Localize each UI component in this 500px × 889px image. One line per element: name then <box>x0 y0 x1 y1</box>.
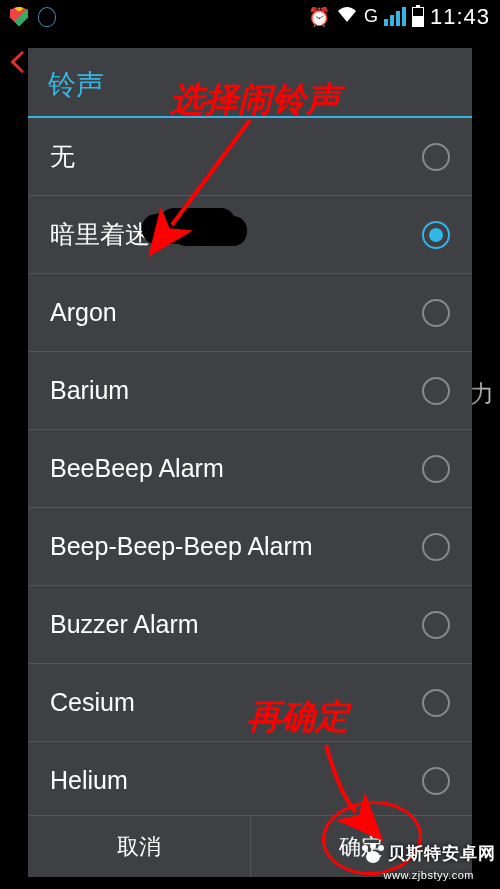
alarm-icon: ⏰ <box>308 6 330 28</box>
qq-icon <box>38 7 56 27</box>
paw-icon <box>362 845 384 865</box>
ringtone-list[interactable]: 无暗里着迷ArgonBariumBeeBeep AlarmBeep-Beep-B… <box>28 118 472 815</box>
security-shield-icon <box>10 7 28 27</box>
ringtone-item[interactable]: Buzzer Alarm <box>28 586 472 664</box>
background-hint-text: 力 <box>470 378 494 410</box>
ringtone-item[interactable]: Cesium <box>28 664 472 742</box>
ringtone-item[interactable]: Barium <box>28 352 472 430</box>
radio-button-icon[interactable] <box>422 611 450 639</box>
ringtone-item-label: Argon <box>50 298 117 327</box>
cancel-button[interactable]: 取消 <box>28 816 250 877</box>
ringtone-dialog: 铃声 无暗里着迷ArgonBariumBeeBeep AlarmBeep-Bee… <box>28 48 472 877</box>
radio-button-icon[interactable] <box>422 455 450 483</box>
network-type-label: G <box>364 6 378 27</box>
status-bar: ⏰ G 11:43 <box>0 0 500 33</box>
radio-button-icon[interactable] <box>422 377 450 405</box>
ringtone-item[interactable]: Beep-Beep-Beep Alarm <box>28 508 472 586</box>
ringtone-item-label: 暗里着迷 <box>50 218 150 251</box>
ringtone-item-label: 无 <box>50 140 75 173</box>
radio-button-icon[interactable] <box>422 143 450 171</box>
ringtone-item-label: BeeBeep Alarm <box>50 454 224 483</box>
ringtone-item-label: Barium <box>50 376 129 405</box>
radio-button-icon[interactable] <box>422 767 450 795</box>
watermark: 贝斯特安卓网 www.zjbstyy.com <box>362 842 496 883</box>
radio-button-icon[interactable] <box>422 533 450 561</box>
ringtone-item[interactable]: 暗里着迷 <box>28 196 472 274</box>
ringtone-item[interactable]: 无 <box>28 118 472 196</box>
watermark-en: www.zjbstyy.com <box>384 869 474 881</box>
ringtone-item-label: Cesium <box>50 688 135 717</box>
watermark-cn: 贝斯特安卓网 <box>388 844 496 863</box>
ringtone-item-label: Buzzer Alarm <box>50 610 199 639</box>
dialog-title: 铃声 <box>28 48 472 118</box>
ringtone-item[interactable]: BeeBeep Alarm <box>28 430 472 508</box>
signal-bars-icon <box>384 7 406 26</box>
ringtone-item-label: Helium <box>50 766 128 795</box>
radio-button-icon[interactable] <box>422 299 450 327</box>
radio-button-icon[interactable] <box>422 221 450 249</box>
ringtone-item-label: Beep-Beep-Beep Alarm <box>50 532 313 561</box>
wifi-icon <box>336 5 358 28</box>
ringtone-item[interactable]: Argon <box>28 274 472 352</box>
ringtone-item[interactable]: Helium <box>28 742 472 815</box>
battery-icon <box>412 7 424 27</box>
radio-button-icon[interactable] <box>422 689 450 717</box>
clock-label: 11:43 <box>430 4 490 30</box>
